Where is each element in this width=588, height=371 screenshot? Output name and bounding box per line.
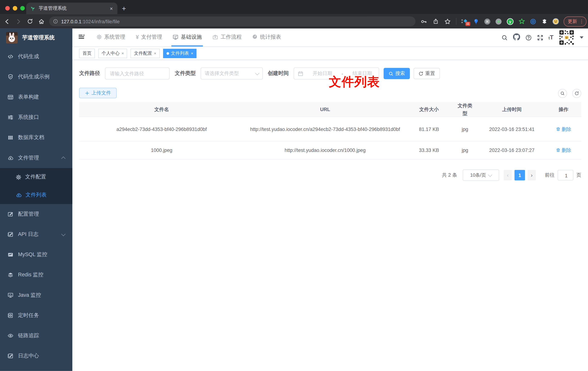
file-type-select[interactable]: 请选择文件类型	[201, 68, 263, 79]
sidebar-item-system-api[interactable]: 系统接口	[0, 107, 73, 127]
note-edit-icon	[8, 231, 13, 237]
tab-close-icon[interactable]: ×	[109, 5, 114, 11]
extension-dot-circle-icon[interactable]	[495, 18, 502, 25]
sidebar-item-java-monitor[interactable]: Java 监控	[0, 285, 73, 305]
sidebar-item-form-builder[interactable]: 表单构建	[0, 87, 73, 107]
goto-page-input[interactable]	[558, 170, 575, 181]
prev-page-button[interactable]: ‹	[504, 170, 512, 180]
chevron-down-icon	[488, 172, 492, 177]
password-key-icon[interactable]	[421, 18, 427, 25]
date-range-picker[interactable]: 开始日期 - 结束日期	[294, 68, 379, 79]
browser-tab[interactable]: 芋道管理系统 ×	[26, 3, 117, 14]
address-bar[interactable]: 127.0.0.1:1024/infra/file/file	[49, 16, 416, 26]
refresh-table-button[interactable]	[572, 89, 581, 98]
avatar-caret-down-icon[interactable]	[580, 36, 584, 39]
extension-diamond-icon[interactable]: 11	[461, 18, 468, 24]
browser-menu-icon[interactable]: ⋮	[579, 19, 584, 24]
tag-file-list[interactable]: 文件列表×	[163, 49, 197, 58]
date-start-placeholder[interactable]: 开始日期	[313, 70, 332, 77]
delete-button[interactable]: 删除	[556, 146, 571, 154]
search-button[interactable]: 搜索	[384, 68, 410, 79]
cell-file-type: jpg	[452, 146, 478, 154]
maximize-window-button[interactable]	[20, 6, 25, 11]
close-icon[interactable]: ×	[122, 51, 124, 55]
extension-y-icon[interactable]: y	[506, 18, 514, 25]
search-icon[interactable]	[501, 34, 507, 41]
toolbar-actions	[421, 18, 451, 25]
sidebar-item-redis-monitor[interactable]: Redis 监控	[0, 265, 73, 285]
page-number-1[interactable]: 1	[514, 170, 525, 180]
monitor-check-icon	[173, 34, 178, 40]
top-menu: 系统管理 ¥支付管理 基础设施 工作流程 统计报表	[95, 29, 290, 47]
extension-emoji-icon[interactable]	[552, 18, 559, 25]
upload-file-button[interactable]: 上传文件	[79, 88, 117, 98]
sidebar-item-mysql-monitor[interactable]: MySQL 监控	[0, 244, 73, 265]
sidebar-subitem-file-config[interactable]: 文件配置	[0, 168, 73, 186]
cell-file-name: a294ecb2-73dd-4353-bf40-296b8931d0bf	[79, 125, 244, 133]
help-icon[interactable]	[525, 34, 532, 41]
sidebar-subitem-file-list[interactable]: 文件列表	[0, 186, 73, 204]
tag-profile[interactable]: 个人中心×	[98, 49, 127, 58]
topmenu-system[interactable]: 系统管理	[95, 29, 126, 47]
share-icon[interactable]	[433, 18, 439, 24]
close-window-button[interactable]	[5, 6, 10, 11]
topmenu-infrastructure[interactable]: 基础设施	[172, 29, 203, 47]
fullscreen-icon[interactable]	[537, 34, 543, 41]
sidebar-item-tracing[interactable]: 链路追踪	[0, 326, 73, 346]
browser-update-button[interactable]: 更新 ⋮	[564, 16, 587, 26]
date-end-placeholder[interactable]: 结束日期	[353, 70, 372, 77]
extension-eye-icon[interactable]	[530, 18, 536, 25]
briefcase-icon	[212, 34, 218, 40]
back-button[interactable]	[4, 18, 10, 25]
cell-upload-time: 2022-03-16 23:07:27	[478, 146, 546, 154]
sidebar-item-db-doc[interactable]: 数据库文档	[0, 127, 73, 148]
minimize-window-button[interactable]	[13, 6, 17, 11]
eye-icon	[8, 333, 13, 339]
file-path-input[interactable]	[109, 70, 165, 77]
home-button[interactable]	[38, 18, 45, 25]
sidebar-item-log-center[interactable]: 日志中心	[0, 346, 73, 366]
github-icon[interactable]	[513, 33, 520, 42]
reload-button[interactable]	[27, 18, 33, 24]
tag-file-config[interactable]: 文件配置×	[131, 49, 160, 58]
window-controls	[5, 6, 25, 11]
topmenu-reports[interactable]: 统计报表	[251, 29, 282, 47]
forward-button[interactable]	[15, 18, 22, 25]
next-page-button[interactable]: ›	[528, 170, 536, 180]
sidebar-logo[interactable]: 芋道管理系统	[0, 29, 73, 47]
sidebar-item-scheduled-jobs[interactable]: 定时任务	[0, 305, 73, 326]
extension-puzzle-icon[interactable]	[541, 18, 547, 25]
extension-star-icon[interactable]	[519, 18, 525, 25]
site-info-icon[interactable]	[53, 19, 58, 24]
sidebar-item-code-demo[interactable]: 代码生成示例	[0, 67, 73, 87]
show-search-button[interactable]	[558, 89, 567, 98]
sidebar-item-api-log[interactable]: API 日志	[0, 224, 73, 244]
close-icon[interactable]: ×	[191, 51, 193, 55]
page-size-select[interactable]: 10条/页	[463, 170, 499, 181]
delete-button[interactable]: 删除	[556, 125, 571, 133]
avatar-qr-image[interactable]	[559, 30, 575, 45]
reset-button[interactable]: 重置	[414, 68, 440, 79]
file-path-field[interactable]	[105, 68, 169, 79]
sidebar-item-code-gen[interactable]: 代码生成	[0, 46, 73, 67]
plus-icon	[85, 91, 90, 95]
font-size-icon[interactable]: tT	[548, 34, 554, 41]
close-icon[interactable]: ×	[154, 51, 156, 55]
extension-balloon-icon[interactable]	[473, 18, 479, 25]
total-count: 共 2 条	[442, 172, 457, 179]
topmenu-workflow[interactable]: 工作流程	[211, 29, 243, 47]
search-icon	[388, 71, 393, 76]
sidebar-item-config-manage[interactable]: 配置管理	[0, 204, 73, 224]
new-tab-button[interactable]: +	[122, 5, 126, 12]
col-header-size: 文件大小	[406, 105, 452, 113]
cell-upload-time: 2022-03-16 23:51:41	[478, 125, 546, 133]
extension-command-icon[interactable]: ⌘	[484, 18, 491, 25]
goto-page-field[interactable]	[558, 170, 573, 180]
bookmark-star-icon[interactable]	[444, 18, 451, 25]
gear-icon	[16, 174, 21, 180]
sidebar-item-file-manage[interactable]: 文件管理	[0, 148, 73, 168]
tag-home[interactable]: 首页	[79, 49, 95, 58]
sidebar-collapse-icon[interactable]	[78, 33, 85, 42]
url-path: :1024/infra/file/file	[82, 19, 120, 24]
topmenu-payment[interactable]: ¥支付管理	[135, 29, 163, 47]
